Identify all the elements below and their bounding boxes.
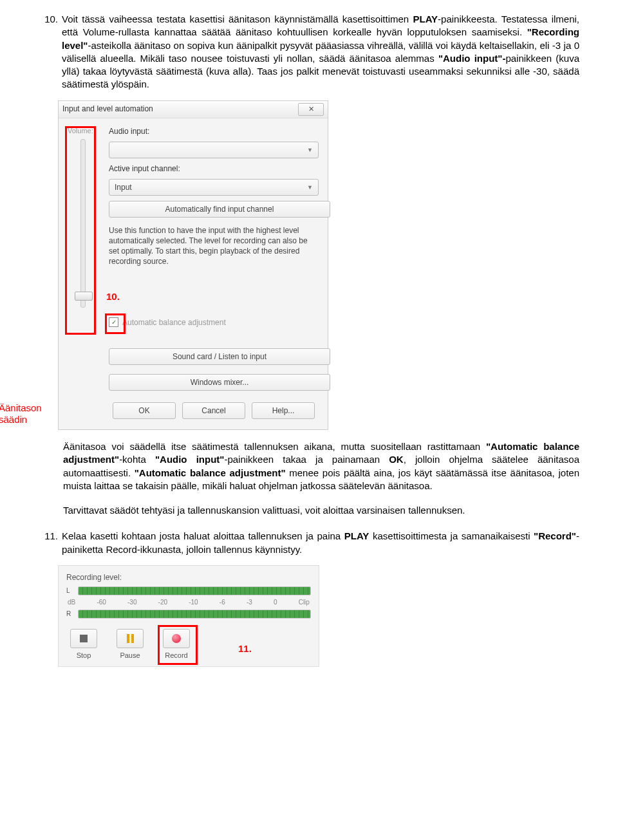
t: Clip [299,598,310,607]
pause-icon [127,634,134,643]
t: säädin [0,414,27,425]
volume-label: Volume: [68,126,98,136]
t: Record [165,651,187,660]
dialog-input-level-automation: Input and level automation ✕ Volume: Aud… [58,100,328,431]
recording-level-label: Recording level: [66,572,311,583]
t: Windows mixer... [191,377,249,387]
meter-right [78,610,311,619]
active-channel-combo[interactable]: Input▼ [109,179,319,196]
t: -20 [158,598,167,607]
t: -kohta [119,454,155,465]
auto-find-channel-button[interactable]: Automatically find input channel [109,201,330,218]
t: Voit tässä vaiheessa testata kasettisi ä… [62,14,413,24]
t: Äänitason [0,402,42,413]
annotation-number-11: 11. [238,642,252,655]
pause-button[interactable]: Pause [117,629,144,660]
chevron-down-icon: ▼ [307,146,313,154]
t: -6 [220,598,225,607]
kw-play: PLAY [344,530,370,541]
kw-audio-input: "Audio input" [155,454,224,465]
checkbox-label: Automatic balance adjustment [122,317,226,328]
label-active-channel: Active input channel: [109,163,319,174]
step-text: Kelaa kasetti kohtaan josta haluat aloit… [62,530,579,556]
paragraph-after-dialog-1: Äänitasoa voi säädellä itse säätimestä t… [63,440,579,492]
step-11: 11. Kelaa kasetti kohtaan josta haluat a… [39,530,579,556]
chevron-down-icon: ▼ [307,183,313,191]
volume-column: Volume: [68,126,98,420]
ok-button[interactable]: OK [113,402,176,419]
check-icon: ✓ [111,318,117,327]
t: Kelaa kasetti kohtaan josta haluat aloit… [62,530,344,541]
kw-ok: OK [389,454,404,465]
t: -60 [97,598,106,607]
t: -10 [189,598,198,607]
step-text: Voit tässä vaiheessa testata kasettisi ä… [62,13,579,91]
annotation-volume-control: Äänitason säädin [0,402,42,425]
annotation-number-10: 10. [106,290,319,303]
label-audio-input: Audio input: [109,126,319,136]
close-icon: ✕ [308,104,314,114]
t: dB [68,598,75,607]
record-icon [172,634,181,643]
t: Pause [120,651,140,660]
audio-input-combo[interactable]: ▼ [109,142,319,158]
help-button[interactable]: Help... [252,402,315,419]
step-number: 11. [39,530,58,556]
channel-r: R [66,610,75,619]
kw-record: "Record" [534,530,576,541]
t: Cancel [201,406,225,416]
recording-level-figure: Recording level: L dB -60 -30 -20 -10 -6… [58,565,319,667]
step-number: 10. [39,13,58,91]
kw-play: PLAY [413,14,438,24]
meter-left [78,586,311,595]
db-scale: dB -60 -30 -20 -10 -6 -3 0 Clip [68,598,310,607]
dialog-titlebar: Input and level automation ✕ [59,101,328,118]
dialog-title: Input and level automation [62,104,298,114]
stop-icon [80,635,88,642]
volume-slider[interactable] [80,139,86,308]
t: Help... [272,406,295,416]
kw-auto-balance: "Automatic balance adjustment" [135,467,286,478]
step-10: 10. Voit tässä vaiheessa testata kasetti… [39,13,579,91]
record-button[interactable]: Record [163,629,190,660]
t: Äänitasoa voi säädellä itse säätimestä t… [63,441,486,452]
paragraph-after-dialog-2: Tarvittavat säädöt tehtyäsi ja tallennus… [63,504,579,517]
t: Automatically find input channel [165,204,274,214]
t: Stop [77,651,91,660]
cancel-button[interactable]: Cancel [182,402,245,419]
t: -3 [247,598,252,607]
t: 0 [274,598,277,607]
auto-balance-row: ✓ Automatic balance adjustment [109,317,319,328]
channel-l: L [66,586,75,595]
t: -30 [127,598,136,607]
t: Sound card / Listen to input [173,351,267,362]
windows-mixer-button[interactable]: Windows mixer... [109,374,330,391]
description-text: Use this function to have the input with… [109,225,319,267]
auto-balance-checkbox[interactable]: ✓ [109,317,118,327]
t: kasettisoittimesta ja samanaikaisesti [369,530,534,541]
stop-button[interactable]: Stop [70,629,97,660]
kw-audio-input: "Audio input"- [438,53,506,64]
slider-thumb-icon [75,292,93,301]
t: -painikkeen takaa ja painamaan [224,454,389,465]
sound-card-button[interactable]: Sound card / Listen to input [109,348,330,365]
close-button[interactable]: ✕ [298,103,324,116]
combo-value: Input [115,182,132,192]
t: OK [138,406,149,416]
